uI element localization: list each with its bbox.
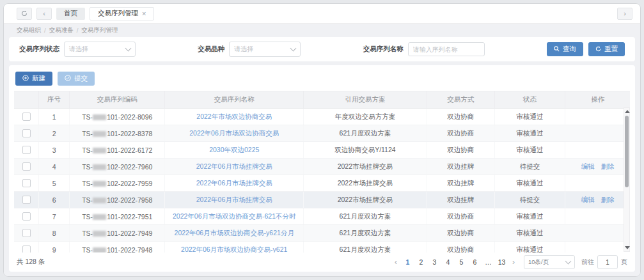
submit-button[interactable]: 提交 [58,72,95,86]
page-size-select[interactable]: 10条/页 [524,255,575,269]
row-mode: 双边挂牌 [427,175,494,192]
page-number[interactable]: 3 [429,256,440,268]
reset-icon [595,45,601,53]
row-action-edit[interactable]: 编辑 [581,196,595,203]
breadcrumb-separator: / [44,27,46,34]
sequence-name-link[interactable]: 2022年06月市场双边协商交易-y621分月 [175,229,294,237]
page-content: 交易组织 / 交易准备 / 交易序列管理 交易序列状态 请选择 交易品种 请选择 [4,24,640,276]
row-checkbox[interactable] [22,162,31,171]
status-select[interactable]: 请选择 [64,42,136,57]
row-actions [565,109,630,125]
row-code: TS-101-2022-7951 [70,208,165,225]
row-scheme: 年度双边交易方方案 [304,109,427,125]
row-code: TS-101-2022-7949 [70,225,165,242]
row-actions [565,208,630,225]
row-scheme: 621月度双边方案 [304,225,427,242]
row-no: 1 [39,109,70,125]
status-select-placeholder: 请选择 [69,45,88,54]
row-action-delete[interactable]: 删除 [601,162,615,170]
reset-button[interactable]: 重置 [588,42,625,56]
new-button-label: 新建 [32,74,45,83]
row-code: TS-102-2022-7958 [70,192,165,208]
row-code: TS-101-2022-7948 [70,242,165,253]
scroll-down-icon[interactable] [625,246,630,249]
row-checkbox[interactable] [22,212,31,221]
row-no: 2 [39,125,70,142]
next-page-icon[interactable]: › [510,258,517,267]
check-circle-icon [65,75,71,82]
row-checkbox[interactable] [22,229,31,237]
table-row: 3 TS-101-2022-6172 2030年双边0225 双边协商交易Y/1… [14,142,630,159]
row-action-edit[interactable]: 编辑 [581,162,595,170]
name-filter-label: 交易序列名称 [363,45,404,54]
scroll-up-icon[interactable] [625,110,630,113]
page-size-value: 10条/页 [528,258,549,267]
sequence-name-link[interactable]: 2022年06月市场挂牌交易 [196,162,272,170]
redacted-code-segment [93,231,106,237]
table-row: 5 TS-102-2022-7959 2022年06月市场挂牌交易 2022市场… [14,175,630,192]
forward-button[interactable]: › [617,8,632,20]
row-checkbox[interactable] [22,196,31,204]
row-code: TS-101-2022-8378 [70,125,165,142]
new-button[interactable]: 新建 [15,72,52,86]
sequence-name-link[interactable]: 2030年双边0225 [209,146,259,153]
close-tab-icon[interactable]: × [142,10,146,17]
row-actions [565,242,630,253]
scrollbar-thumb[interactable] [625,116,629,187]
breadcrumb-separator: / [77,27,79,34]
header-no: 序号 [39,91,70,109]
total-count-label: 共 128 条 [17,258,45,267]
row-status: 审核通过 [494,125,565,142]
row-code: TS-102-2022-7959 [70,175,165,192]
page-number[interactable]: 1 [402,256,413,268]
goto-page-input[interactable] [597,255,618,269]
row-checkbox[interactable] [22,113,31,121]
page-number[interactable]: 2 [416,256,427,268]
prev-page-icon[interactable]: ‹ [392,258,400,267]
refresh-icon [21,10,27,17]
row-no: 8 [39,225,70,242]
tab-home[interactable]: 首页 [56,8,85,20]
row-checkbox[interactable] [22,146,31,154]
redacted-code-segment [93,214,106,220]
page-number[interactable]: 6 [469,256,480,268]
table-container: 序号 交易序列编码 交易序列名称 引用交易方案 交易方式 状态 操作 1 TS-… [14,91,630,253]
row-status: 审核通过 [494,208,565,225]
page-numbers: 123456…13 [402,256,507,268]
row-status: 审核通过 [494,225,565,242]
table-row: 9 TS-101-2022-7948 2022年06月市场双边协商交易-y621… [14,242,630,253]
row-actions [565,225,630,242]
sequence-name-link[interactable]: 2022年06月市场挂牌交易 [196,196,272,203]
row-checkbox[interactable] [22,245,31,253]
sequence-name-link[interactable]: 2022年06月市场双边协商交易 [189,129,279,137]
sequence-name-link[interactable]: 2022年06月市场双边协商交易-y621 [181,245,287,253]
status-filter-label: 交易序列状态 [19,45,59,54]
page-number[interactable]: 4 [443,256,453,268]
breadcrumb-item[interactable]: 交易准备 [49,26,74,35]
row-code: TS-101-2022-8096 [70,109,165,125]
sequence-name-link[interactable]: 2022年06月市场挂牌交易 [196,179,272,187]
tab-sequence-management[interactable]: 交易序列管理 × [90,7,154,20]
page-number[interactable]: 13 [496,256,507,268]
row-checkbox[interactable] [22,129,31,137]
row-checkbox[interactable] [22,179,31,187]
row-status: 审核通过 [494,242,565,253]
page-number[interactable]: 5 [456,256,467,268]
redacted-code-segment [93,164,106,170]
back-button[interactable]: ‹ [36,8,52,20]
breadcrumb-item[interactable]: 交易组织 [17,26,41,35]
row-no: 4 [39,159,70,175]
row-action-delete[interactable]: 删除 [601,196,615,203]
search-icon [554,45,560,53]
vertical-scrollbar[interactable] [624,107,630,252]
sequence-name-link[interactable]: 2022年06月市场双边协商交易-621不分时 [173,212,296,220]
goto-label: 前往 [581,258,594,267]
submit-button-label: 提交 [74,74,88,83]
sequence-name-link[interactable]: 2022年市场双边协商交易 [196,113,272,120]
search-button[interactable]: 查询 [547,42,583,56]
row-mode: 双边协商 [427,109,494,125]
sequence-name-input[interactable] [408,42,485,56]
refresh-tabs-button[interactable] [17,8,32,20]
variety-select[interactable]: 请选择 [229,42,301,57]
page-ellipsis: … [483,256,494,268]
